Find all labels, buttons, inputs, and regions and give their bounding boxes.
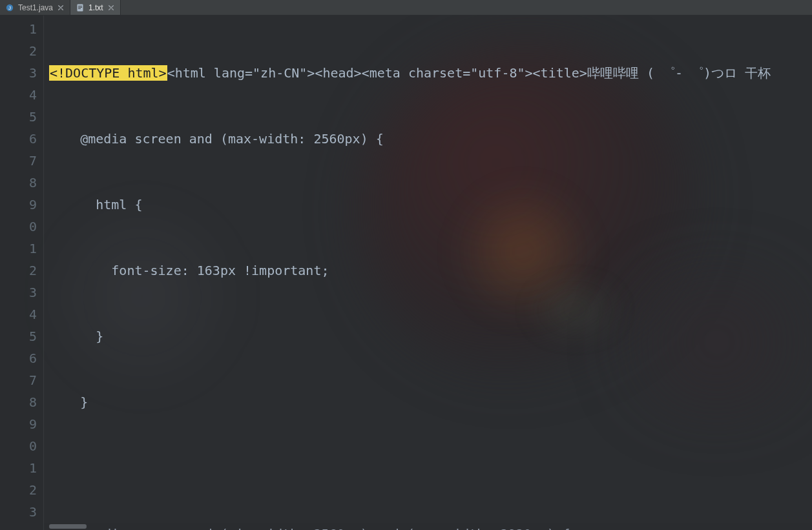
line-number: 9 xyxy=(0,413,37,435)
scrollbar-thumb[interactable] xyxy=(49,524,87,529)
line-number: 0 xyxy=(0,216,37,238)
close-icon[interactable] xyxy=(107,4,115,12)
line-number: 8 xyxy=(0,391,37,413)
code-line: } xyxy=(49,391,812,413)
tab-label: 1.txt xyxy=(88,3,103,12)
horizontal-scrollbar[interactable] xyxy=(44,523,812,530)
line-number: 5 xyxy=(0,106,37,128)
line-number: 4 xyxy=(0,84,37,106)
svg-rect-3 xyxy=(78,6,82,6)
line-number-gutter: 1 2 3 4 5 6 7 8 9 0 1 2 3 4 5 6 7 8 9 0 … xyxy=(0,15,44,530)
search-highlight: <!DOCTYPE html> xyxy=(49,65,167,81)
text-icon xyxy=(76,3,85,12)
line-number: 7 xyxy=(0,369,37,391)
line-number: 2 xyxy=(0,260,37,281)
line-number: 1 xyxy=(0,457,37,479)
line-number: 2 xyxy=(0,40,37,62)
svg-rect-5 xyxy=(78,8,81,9)
line-number: 8 xyxy=(0,172,37,194)
code-line: <!DOCTYPE html><html lang="zh-CN"><head>… xyxy=(49,62,812,84)
svg-text:J: J xyxy=(8,5,11,11)
java-icon: J xyxy=(5,3,14,12)
line-number: 2 xyxy=(0,479,37,501)
line-number: 5 xyxy=(0,325,37,347)
code-line: html { xyxy=(49,194,812,216)
code-line: @media screen and (max-width: 2560px) { xyxy=(49,128,812,150)
line-number: 6 xyxy=(0,347,37,369)
line-number: 6 xyxy=(0,128,37,150)
code-line xyxy=(49,457,812,479)
svg-rect-4 xyxy=(78,7,82,8)
line-number: 3 xyxy=(0,281,37,303)
tab-1-txt[interactable]: 1.txt xyxy=(70,0,121,15)
ide-window: J Test1.java 1.txt 1 2 3 4 5 6 7 8 xyxy=(0,0,812,530)
line-number: 0 xyxy=(0,435,37,457)
line-number: 3 xyxy=(0,501,37,523)
line-number: 4 xyxy=(0,303,37,325)
editor-tab-bar: J Test1.java 1.txt xyxy=(0,0,812,15)
code-line: font-size: 163px !important; xyxy=(49,260,812,281)
line-number: 9 xyxy=(0,194,37,216)
code-line: } xyxy=(49,325,812,347)
line-number: 1 xyxy=(0,238,37,260)
close-icon[interactable] xyxy=(57,4,65,12)
line-number: 7 xyxy=(0,150,37,172)
code-area[interactable]: <!DOCTYPE html><html lang="zh-CN"><head>… xyxy=(44,15,812,530)
tab-test1-java[interactable]: J Test1.java xyxy=(0,0,70,15)
editor[interactable]: 1 2 3 4 5 6 7 8 9 0 1 2 3 4 5 6 7 8 9 0 … xyxy=(0,15,812,530)
line-number: 3 xyxy=(0,62,37,84)
tab-label: Test1.java xyxy=(18,3,53,12)
line-number: 1 xyxy=(0,18,37,40)
